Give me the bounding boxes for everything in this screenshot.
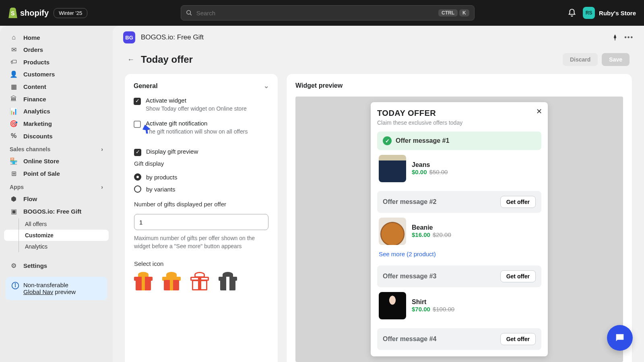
svg-line-1 (190, 14, 192, 15)
get-offer-button[interactable]: Get offer (500, 196, 536, 208)
product-row: Beanie $16.00$20.00 (377, 213, 541, 250)
sidebar: ⌂Home✉Orders🏷Products👤Customers▦Content🏛… (0, 26, 113, 362)
nav-home[interactable]: ⌂Home (4, 31, 109, 43)
preview-panel: ✕ TODAY OFFER Claim these exclusive offe… (371, 102, 548, 356)
store-avatar: RS (583, 7, 595, 19)
num-gifts-input[interactable] (134, 214, 268, 230)
product-image (379, 218, 406, 245)
nav-pos[interactable]: ⊞Point of Sale (4, 167, 109, 180)
nav-discounts[interactable]: %Discounts (4, 130, 109, 142)
nav-finance[interactable]: 🏛Finance (4, 93, 109, 105)
nav-marketing[interactable]: 🎯Marketing (4, 117, 109, 130)
brand-text: shopify (20, 8, 49, 18)
gift-icon-red-outline[interactable] (190, 272, 209, 290)
global-nav-notice: Non-transferable Global Nav preview (6, 277, 107, 300)
activate-widget-row: Activate widget Show Today offer widget … (134, 97, 269, 112)
see-more-link[interactable]: See more (2 product) (377, 250, 541, 261)
analytics-icon: 📊 (10, 107, 18, 115)
product-image (379, 292, 406, 319)
activate-widget-checkbox[interactable] (134, 98, 141, 105)
shopify-bag-icon (8, 8, 18, 18)
nav-flow[interactable]: ⬢Flow (4, 193, 109, 205)
save-button[interactable]: Save (602, 53, 630, 66)
store-name: Ruby's Store (599, 10, 636, 16)
search-wrap: CTRL K (94, 5, 561, 21)
offer-banner-1: ✓Offer message #1 (377, 132, 541, 150)
discounts-icon: % (10, 132, 18, 140)
global-nav-link[interactable]: Global Nav (23, 288, 53, 295)
section-apps[interactable]: Apps › (4, 181, 109, 192)
svg-rect-5 (615, 38, 615, 40)
discard-button[interactable]: Discard (563, 53, 598, 66)
nav-orders[interactable]: ✉Orders (4, 43, 109, 56)
nav-content[interactable]: ▦Content (4, 80, 109, 93)
radio-by-variants[interactable]: by variants (134, 183, 268, 195)
notifications-icon[interactable] (568, 8, 576, 17)
top-bar: shopify Winter '25 CTRL K RS Ruby's Stor… (0, 0, 644, 26)
app-icon: BG (123, 31, 135, 43)
shopify-logo[interactable]: shopify (8, 8, 49, 18)
chevron-down-icon: ⌄ (264, 82, 269, 90)
preview-card: Widget preview ✕ TODAY OFFER Claim these… (287, 74, 632, 362)
get-offer-button[interactable]: Get offer (500, 270, 536, 282)
gift-icon-orange-solid[interactable] (134, 272, 153, 290)
preview-frame: ✕ TODAY OFFER Claim these exclusive offe… (295, 97, 623, 362)
radio-icon (134, 185, 141, 193)
check-icon: ✓ (383, 136, 392, 145)
offer-banner-4: Offer message #4 Get offer (377, 328, 541, 350)
app-crumb: BG BOGOS.io: Free Gift ••• (113, 26, 644, 49)
pin-icon[interactable] (611, 34, 619, 41)
icon-picker (134, 272, 268, 290)
gear-icon: ⚙ (10, 262, 18, 269)
activate-notif-sub: The gift notification will show on all o… (146, 128, 248, 135)
activate-notif-label: Activate gift notification (146, 120, 248, 127)
preview-sub: Claim these exclusive offers today (377, 119, 541, 126)
preview-title: TODAY OFFER (377, 109, 541, 118)
gift-icon-orange-alt[interactable] (162, 272, 181, 290)
nav-customers[interactable]: 👤Customers (4, 68, 109, 80)
products-icon: 🏷 (10, 58, 18, 66)
search-bar[interactable]: CTRL K (181, 5, 475, 21)
page-title: Today offer (141, 54, 193, 65)
subnav-analytics[interactable]: Analytics (4, 241, 109, 252)
get-offer-button[interactable]: Get offer (500, 333, 536, 345)
store-menu[interactable]: RS Ruby's Store (583, 7, 636, 19)
gift-display-label: Gift display (134, 160, 268, 167)
content-icon: ▦ (10, 83, 18, 90)
activate-widget-sub: Show Today offer widget on Online store (146, 105, 247, 112)
kbd-shortcut: CTRL K (438, 9, 469, 16)
chat-bubble-button[interactable] (607, 325, 633, 351)
radio-icon (134, 173, 141, 181)
display-preview-checkbox[interactable] (134, 149, 141, 156)
subnav-customize[interactable]: Customize (4, 230, 109, 241)
activate-notif-checkbox[interactable] (134, 121, 141, 128)
gift-preview-box: Display gift preview Gift display by pro… (129, 143, 274, 291)
top-right: RS Ruby's Store (568, 7, 636, 19)
offer-banner-2: Offer message #2 Get offer (377, 191, 541, 213)
close-icon[interactable]: ✕ (536, 107, 542, 116)
nav-products[interactable]: 🏷Products (4, 56, 109, 68)
nav-store[interactable]: 🏪Online Store (4, 155, 109, 167)
general-heading[interactable]: General ⌄ (134, 82, 269, 90)
offer-banner-3: Offer message #3 Get offer (377, 265, 541, 287)
section-sales-channels[interactable]: Sales channels › (4, 143, 109, 154)
chevron-right-icon: › (101, 184, 103, 190)
back-arrow-icon[interactable]: ← (127, 56, 134, 64)
nav-analytics[interactable]: 📊Analytics (4, 105, 109, 117)
more-icon[interactable]: ••• (624, 34, 634, 41)
store-icon: 🏪 (10, 157, 18, 165)
num-gifts-label: Number of gifts displayed per offer (134, 201, 268, 208)
search-input[interactable] (196, 10, 434, 16)
nav-bogos[interactable]: ▣BOGOS.io: Free Gift (4, 205, 109, 218)
kbd-ctrl: CTRL (438, 9, 458, 16)
search-icon (186, 10, 192, 16)
gift-icon-gray[interactable] (219, 272, 237, 290)
product-name: Jeans (412, 161, 448, 169)
marketing-icon: 🎯 (10, 120, 18, 128)
activate-notif-row: Activate gift notification The gift noti… (134, 120, 269, 135)
edition-badge[interactable]: Winter '25 (54, 8, 87, 18)
subnav-all-offers[interactable]: All offers (4, 218, 109, 230)
activate-widget-label: Activate widget (146, 97, 247, 104)
radio-by-products[interactable]: by products (134, 171, 268, 183)
nav-settings[interactable]: ⚙ Settings (4, 259, 109, 272)
